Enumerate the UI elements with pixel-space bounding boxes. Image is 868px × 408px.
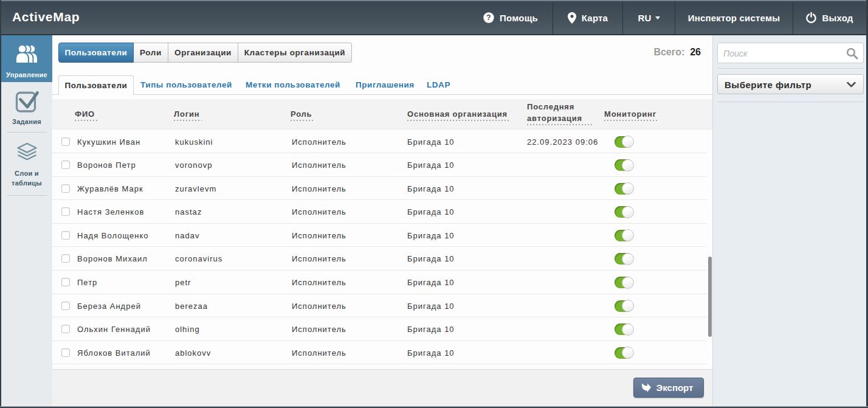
svg-text:?: ?	[486, 13, 491, 22]
